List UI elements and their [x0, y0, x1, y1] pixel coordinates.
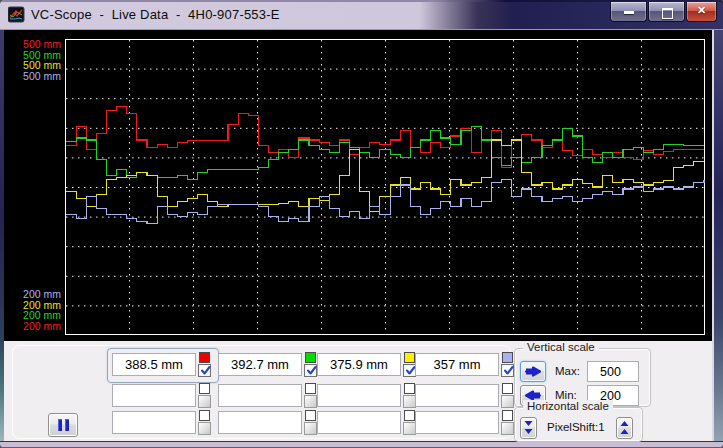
- close-icon: ✕: [687, 4, 716, 17]
- window-border-right: [712, 30, 723, 441]
- app-icon: [8, 6, 25, 23]
- axis-label: 200 mm: [4, 310, 61, 321]
- double-up-arrow-icon: [617, 418, 632, 438]
- double-down-arrow-icon: [521, 418, 536, 438]
- channel-min-labels: 200 mm200 mm200 mm200 mm: [4, 289, 61, 331]
- readout-value-input[interactable]: [112, 353, 196, 376]
- readout-value-input[interactable]: [415, 411, 499, 434]
- pause-button[interactable]: [48, 413, 78, 437]
- readout-value-input[interactable]: [317, 353, 401, 376]
- channel-color-swatch: [199, 352, 210, 363]
- channel-color-swatch: [404, 352, 415, 363]
- channel-enable-checkbox[interactable]: [198, 422, 211, 435]
- minimize-button[interactable]: [610, 2, 647, 22]
- check-icon: [199, 364, 212, 377]
- max-label: Max:: [555, 365, 580, 377]
- close-button[interactable]: ✕: [686, 2, 717, 22]
- title-bar[interactable]: VC-Scope - Live Data - 4H0-907-553-E ✕: [0, 0, 723, 30]
- readout-value-input[interactable]: [317, 384, 401, 407]
- scope-display: 500 mm500 mm500 mm500 mm 200 mm200 mm200…: [4, 30, 712, 341]
- pixelshift-increase-button[interactable]: [616, 417, 633, 439]
- axis-label: 500 mm: [4, 60, 61, 71]
- readout-value-input[interactable]: [415, 384, 499, 407]
- pixelshift-label: PixelShift:1: [547, 421, 605, 433]
- channel-color-swatch: [199, 383, 210, 394]
- window-controls: ✕: [610, 2, 717, 22]
- channel-color-swatch: [502, 383, 513, 394]
- channel-enable-checkbox[interactable]: [304, 395, 317, 408]
- axis-label: 500 mm: [4, 39, 61, 50]
- axis-label: 500 mm: [4, 71, 61, 82]
- max-step-button[interactable]: [520, 361, 546, 382]
- window-border-bottom: [0, 441, 723, 448]
- bottom-panel: Vertical scale Max: Min: Horiz: [4, 341, 712, 441]
- maximize-icon: [662, 8, 673, 19]
- trace-plot: [65, 39, 705, 335]
- maximize-button[interactable]: [648, 2, 685, 22]
- axis-label: 200 mm: [4, 321, 61, 332]
- channel-color-swatch: [404, 410, 415, 421]
- channel-enable-checkbox[interactable]: [198, 364, 211, 377]
- readout-value-input[interactable]: [112, 384, 196, 407]
- pause-icon: [58, 419, 69, 431]
- readout-value-input[interactable]: [415, 353, 499, 376]
- minimize-icon: [624, 11, 634, 14]
- readout-value-input[interactable]: [317, 411, 401, 434]
- channel-enable-checkbox[interactable]: [501, 364, 514, 377]
- channel-color-swatch: [305, 383, 316, 394]
- channel-color-swatch: [199, 410, 210, 421]
- arrow-right-icon: [521, 362, 545, 381]
- window-title: VC-Scope - Live Data - 4H0-907-553-E: [31, 7, 280, 22]
- channel-color-swatch: [502, 352, 513, 363]
- window-content: 500 mm500 mm500 mm500 mm 200 mm200 mm200…: [4, 30, 712, 441]
- readout-value-input[interactable]: [218, 384, 302, 407]
- channel-enable-checkbox[interactable]: [501, 422, 514, 435]
- readout-value-input[interactable]: [112, 411, 196, 434]
- channel-enable-checkbox[interactable]: [304, 364, 317, 377]
- axis-label: 200 mm: [4, 289, 61, 300]
- vc-scope-window: VC-Scope - Live Data - 4H0-907-553-E ✕ 5…: [0, 0, 723, 448]
- channel-enable-checkbox[interactable]: [304, 422, 317, 435]
- vertical-scale-title: Vertical scale: [523, 341, 599, 353]
- channel-color-swatch: [404, 383, 415, 394]
- readout-value-input[interactable]: [218, 353, 302, 376]
- channel-enable-checkbox[interactable]: [501, 395, 514, 408]
- channel-color-swatch: [502, 410, 513, 421]
- readout-value-input[interactable]: [218, 411, 302, 434]
- channel-color-swatch: [305, 410, 316, 421]
- horizontal-scale-group: Horizontal scale PixelShift:1: [514, 407, 643, 442]
- horizontal-scale-title: Horizontal scale: [523, 400, 613, 412]
- channel-enable-checkbox[interactable]: [198, 395, 211, 408]
- pixelshift-decrease-button[interactable]: [520, 417, 537, 439]
- channel-max-labels: 500 mm500 mm500 mm500 mm: [4, 39, 61, 81]
- max-input[interactable]: [587, 361, 639, 382]
- channel-color-swatch: [305, 352, 316, 363]
- vertical-scale-group: Vertical scale Max: Min:: [514, 348, 651, 407]
